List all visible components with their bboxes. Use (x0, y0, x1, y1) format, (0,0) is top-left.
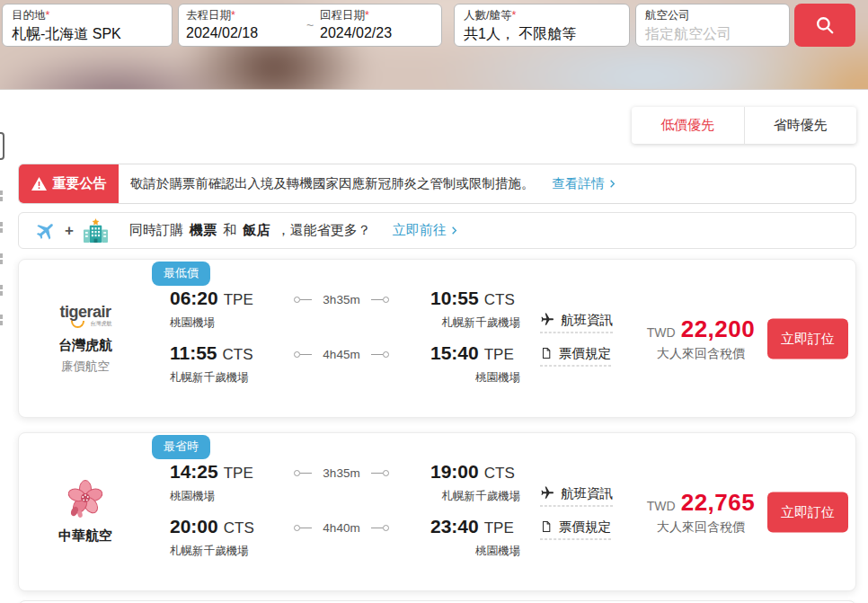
duration-block: 4h45m (288, 348, 394, 361)
tigerair-logo-subtext: 台灣虎航 (90, 320, 111, 328)
depart-date-label: 去程日期* (186, 9, 300, 23)
tab-time-saving-first[interactable]: 省時優先 (744, 107, 857, 144)
outbound-leg: 06:20TPE 桃園機場 3h35m 10:55CTS 札幌新千歲機場 (152, 288, 520, 331)
departure-block: 06:20TPE 桃園機場 (170, 288, 270, 331)
arrival-time: 23:40 (430, 516, 479, 536)
passengers-cabin-field[interactable]: 人數/艙等* 共1人， 不限艙等 (454, 4, 630, 47)
duration-end-marker (371, 525, 389, 531)
flight-info-link-label: 航班資訊 (561, 311, 613, 328)
fare-rules-link[interactable]: 票價規定 (540, 344, 611, 366)
tab-low-price-first[interactable]: 低價優先 (632, 107, 744, 144)
flight-result-card: 最低價 tigerair 台灣虎航 台灣虎航 廉價航空 06:20TPE 桃園機… (18, 259, 856, 418)
clipped-left-text-fragment (0, 285, 3, 297)
duration-start-marker (294, 351, 312, 358)
price-amount: 22,200 (681, 315, 756, 343)
price-note: 大人來回含稅價 (646, 346, 756, 362)
departure-time: 20:00 (170, 516, 218, 536)
duration-end-marker (371, 297, 389, 303)
depart-date-field[interactable]: 去程日期* 2024/02/18 (186, 9, 300, 41)
duration-block: 3h35m (288, 466, 394, 480)
china-airlines-logo (64, 480, 107, 519)
airline-label: 航空公司 (645, 9, 780, 23)
arrival-block: 23:40TPE 桃園機場 (430, 516, 520, 559)
departure-airport-code: TPE (224, 465, 253, 482)
arrival-time: 15:40 (430, 342, 479, 363)
promo-flight-word: 機票 (190, 222, 217, 237)
price-currency: TWD (647, 325, 676, 340)
sort-tabs: 低價優先 省時優先 (632, 107, 856, 144)
required-asterisk: * (511, 9, 516, 22)
flight-info-link-label: 航班資訊 (561, 484, 613, 501)
departure-airport-code: CTS (223, 346, 253, 363)
plus-icon: + (65, 222, 74, 240)
clipped-left-text-fragment (0, 315, 3, 326)
departure-airport-code: CTS (224, 519, 254, 536)
departure-airport-name: 桃園機場 (170, 489, 270, 504)
price-currency: TWD (647, 499, 676, 513)
clipped-left-text-fragment (0, 222, 3, 234)
promo-text: 同時訂購 機票 和 飯店 ，還能省更多？ (129, 222, 371, 239)
tigerair-logo-arc (71, 321, 84, 328)
return-date-label: 回程日期* (320, 9, 434, 23)
notice-details-link-label: 查看詳情 (553, 175, 605, 192)
arrival-time: 10:55 (430, 288, 479, 308)
airline-placeholder: 指定航空公司 (645, 25, 780, 44)
price-block: TWD 22,765 大人來回含稅價 (646, 489, 756, 536)
airplane-icon (540, 486, 554, 501)
arrival-airport-code: TPE (484, 346, 514, 363)
passengers-cabin-value: 共1人， 不限艙等 (464, 25, 620, 44)
required-asterisk: * (46, 9, 50, 22)
tigerair-logo: tigerair 台灣虎航 (59, 303, 111, 322)
search-button[interactable] (794, 4, 855, 47)
flight-info-link[interactable]: 航班資訊 (540, 311, 613, 333)
book-now-button[interactable]: 立即訂位 (767, 492, 848, 532)
duration-block: 4h40m (288, 521, 394, 535)
required-asterisk: * (231, 9, 235, 22)
duration-start-marker (294, 297, 312, 303)
promo-hotel-word: 飯店 (243, 222, 270, 237)
dates-field[interactable]: 去程日期* 2024/02/18 ~ 回程日期* 2024/02/23 (178, 4, 442, 47)
duration-text: 4h45m (323, 348, 359, 361)
arrival-block: 15:40TPE 桃園機場 (430, 342, 520, 386)
important-notice-bar: 重要公告 敬請於購票前確認出入境及轉機國家因應新冠肺炎之管制或限制措施。 查看詳… (18, 164, 856, 204)
price-amount: 22,765 (681, 489, 756, 517)
return-date-field[interactable]: 回程日期* 2024/02/23 (320, 9, 434, 41)
chevron-right-icon (607, 179, 617, 189)
departure-airport-code: TPE (224, 291, 253, 308)
departure-time: 14:25 (170, 461, 218, 482)
notice-details-link[interactable]: 查看詳情 (553, 175, 617, 192)
duration-text: 3h35m (323, 466, 359, 480)
hotel-building-icon (82, 218, 110, 244)
arrival-airport-name: 桃園機場 (430, 544, 520, 559)
search-icon (813, 13, 837, 37)
departure-block: 20:00CTS 札幌新千歲機場 (170, 516, 270, 559)
document-icon (540, 346, 553, 359)
departure-block: 14:25TPE 桃園機場 (170, 461, 270, 504)
duration-end-marker (371, 351, 389, 358)
duration-text: 3h35m (323, 293, 359, 306)
clipped-left-panel-box (0, 132, 4, 160)
most-time-saving-badge: 最省時 (152, 435, 210, 459)
airline-name: 中華航空 (58, 528, 112, 545)
clipped-left-text-fragment (0, 191, 3, 202)
book-now-button[interactable]: 立即訂位 (767, 318, 848, 359)
airline-field[interactable]: 航空公司 指定航空公司 (635, 4, 790, 47)
arrival-airport-name: 札幌新千歲機場 (430, 315, 520, 331)
duration-block: 3h35m (288, 293, 394, 306)
arrival-airport-name: 桃園機場 (430, 370, 520, 386)
airline-name: 台灣虎航 (58, 337, 112, 354)
flight-hotel-promo-banner[interactable]: + 同時訂購 機票 和 飯店 ，還能省更多？ 立即前往 (18, 212, 856, 249)
passengers-cabin-label: 人數/艙等* (464, 9, 620, 23)
promo-go-link-label: 立即前往 (393, 222, 447, 239)
fare-rules-link[interactable]: 票價規定 (540, 518, 611, 539)
destination-field[interactable]: 目的地* 札幌-北海道 SPK (2, 4, 173, 47)
departure-time: 11:55 (170, 342, 217, 363)
arrival-airport-code: CTS (484, 465, 515, 482)
notice-badge-label: 重要公告 (53, 175, 107, 192)
promo-go-link[interactable]: 立即前往 (393, 222, 459, 239)
return-leg: 11:55CTS 札幌新千歲機場 4h45m 15:40TPE 桃園機場 (152, 342, 520, 386)
duration-start-marker (294, 525, 312, 531)
notice-badge: 重要公告 (19, 164, 119, 203)
arrival-airport-code: CTS (484, 291, 515, 308)
flight-info-link[interactable]: 航班資訊 (540, 484, 613, 506)
